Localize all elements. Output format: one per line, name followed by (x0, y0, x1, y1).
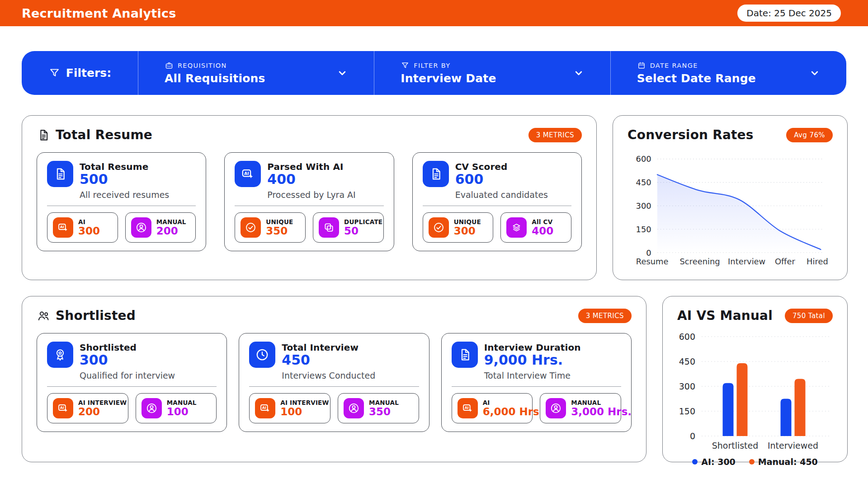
metric-card-cv-scored: CV Scored 600 Evaluated candidates UNIQU… (412, 152, 582, 251)
metrics-count-badge: 3 METRICS (528, 128, 582, 142)
metric-card-total-interview: Total Interview 450 Interviews Conducted… (239, 333, 429, 432)
stat-value: 350 (369, 406, 399, 418)
stat-value: 100 (167, 406, 197, 418)
ai-vs-manual-card: AI VS Manual 750 Tatal 6004503001500 Sho… (662, 296, 848, 462)
svg-text:450: 450 (636, 178, 651, 187)
ai-icon (53, 217, 73, 238)
layers-icon (506, 217, 527, 238)
stat-pill-manual: MANUAL 100 (136, 393, 217, 423)
stat-pill-manual: MANUAL 3,000 Hrs. (540, 393, 621, 423)
stat-label: All CV (532, 218, 553, 225)
divider (423, 206, 571, 206)
document-icon (37, 128, 50, 142)
stat-pill-ai: AI 300 (47, 212, 118, 243)
total-badge: 750 Tatal (785, 309, 833, 323)
metric-value: 9,000 Hrs. (484, 353, 581, 367)
svg-text:150: 150 (636, 225, 651, 234)
stat-label: MANUAL (167, 399, 197, 406)
stat-label: AI INTERVIEW (78, 399, 127, 406)
stat-value: 200 (156, 225, 186, 237)
stat-value: 400 (532, 225, 553, 237)
metric-subtitle: Total Interview Time (484, 371, 621, 380)
check-circle-icon (241, 217, 261, 238)
ai-icon (53, 398, 73, 418)
svg-text:Interviewed: Interviewed (768, 441, 818, 450)
stat-value: 350 (266, 225, 293, 237)
briefcase-icon (165, 61, 174, 70)
svg-text:300: 300 (636, 201, 651, 211)
svg-text:600: 600 (636, 154, 651, 164)
metric-card-parsed-with-ai: Parsed With AI 400 Processed by Lyra AI … (224, 152, 394, 251)
legend-dot-ai (692, 459, 698, 465)
stat-pill-manual: MANUAL 350 (338, 393, 419, 423)
metric-title: Interview Duration (484, 342, 581, 353)
stat-value: 100 (280, 406, 329, 418)
stat-pill-unique: UNIQUE 300 (423, 212, 494, 243)
app-header: Recruitment Analytics Date: 25 Dec 2025 (0, 0, 868, 26)
stat-label: AI (78, 218, 100, 225)
chevron-down-icon[interactable] (336, 67, 349, 80)
metric-value: 400 (267, 172, 343, 187)
filter-by-label: FILTER BY (401, 61, 496, 70)
stat-pill-unique: UNIQUE 350 (235, 212, 306, 243)
metric-value: 500 (80, 172, 148, 187)
requisition-label: REQUISITION (165, 61, 265, 70)
date-range-dropdown[interactable]: DATE RANGE Select Date Range (611, 51, 846, 95)
conversion-rates-card: Conversion Rates Avg 76% 6004503001500 R… (613, 115, 848, 280)
metrics-count-badge: 3 METRICS (578, 309, 632, 323)
metric-subtitle: All received resumes (80, 190, 196, 200)
document-icon (47, 161, 73, 187)
metric-subtitle: Interviews Conducted (282, 371, 419, 380)
metric-card-shortlisted: Shortlisted 300 Qualified for interview … (37, 333, 227, 432)
stat-label: MANUAL (571, 399, 632, 406)
chart-title: Conversion Rates (627, 127, 754, 142)
section-title: Shortlisted (56, 308, 136, 323)
requisition-dropdown[interactable]: REQUISITION All Requisitions (138, 51, 374, 95)
metric-title: Shortlisted (80, 342, 137, 353)
chevron-down-icon[interactable] (808, 67, 821, 80)
copy-icon (319, 217, 339, 238)
check-circle-icon (429, 217, 449, 238)
chart-legend: AI: 300 Manual: 450 (677, 457, 833, 467)
metric-title: Total Interview (282, 342, 359, 353)
metric-title: CV Scored (455, 161, 508, 172)
stat-label: AI (483, 399, 539, 406)
stat-value: 300 (454, 225, 481, 237)
ai-icon (458, 398, 478, 418)
section-title: Total Resume (56, 127, 152, 142)
date-badge: Date: 25 Dec 2025 (737, 5, 841, 22)
stat-value: 3,000 Hrs. (571, 406, 632, 418)
metric-value: 300 (80, 353, 137, 367)
metric-title: Parsed With AI (267, 161, 343, 172)
funnel-icon (401, 61, 410, 70)
conversion-line-chart: 6004503001500 ResumeScreeningInterviewOf… (627, 149, 833, 272)
person-icon (344, 398, 364, 418)
stat-label: UNIQUE (454, 218, 481, 225)
metric-value: 600 (455, 172, 508, 187)
svg-text:0: 0 (690, 431, 695, 441)
people-icon (37, 309, 50, 323)
svg-text:450: 450 (679, 357, 695, 366)
metric-title: Total Resume (80, 161, 148, 172)
stat-label: DUPLICATE (344, 218, 382, 225)
filter-by-dropdown[interactable]: FILTER BY Interview Date (374, 51, 610, 95)
stat-pill-ai-interview: AI INTERVIEW 200 (47, 393, 128, 423)
chevron-down-icon[interactable] (572, 67, 585, 80)
date-range-value: Select Date Range (637, 72, 756, 85)
legend-dot-manual (749, 459, 755, 465)
svg-text:Hired: Hired (807, 257, 828, 266)
metric-subtitle: Processed by Lyra AI (267, 190, 383, 200)
person-icon (142, 398, 162, 418)
filters-title: Filters: (66, 66, 111, 80)
avg-badge: Avg 76% (786, 128, 833, 142)
stat-label: MANUAL (369, 399, 399, 406)
metric-subtitle: Evaluated candidates (455, 190, 571, 200)
stat-pill-all-cv: All CV 400 (500, 212, 571, 243)
divider (249, 386, 419, 387)
stat-pill-ai-interview: AI INTERVIEW 100 (249, 393, 330, 423)
metric-subtitle: Qualified for interview (80, 371, 217, 380)
shortlisted-section: Shortlisted 3 METRICS Shortlisted 300 Qu… (22, 296, 646, 462)
total-resume-section: Total Resume 3 METRICS Total Resume 500 … (22, 115, 597, 280)
document-icon (452, 342, 478, 368)
stat-value: 50 (344, 225, 382, 237)
